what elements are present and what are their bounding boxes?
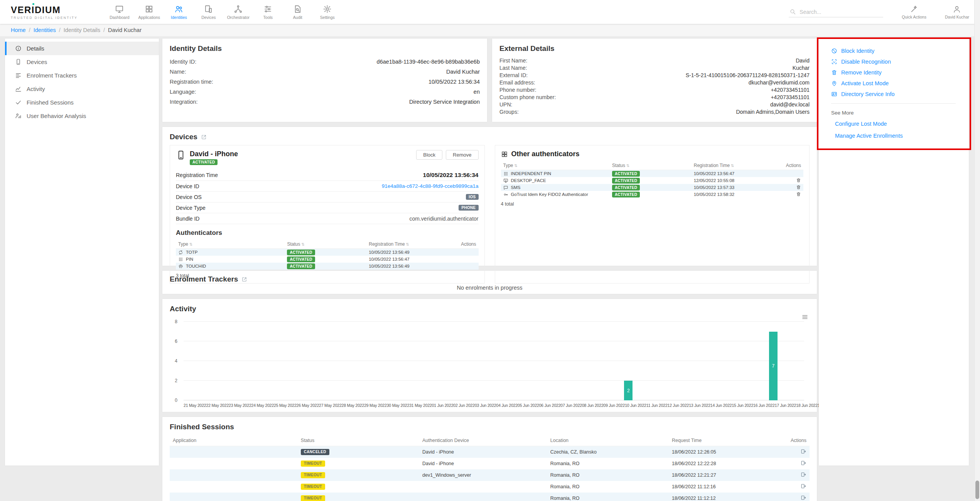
sort-icon[interactable]: ⇅ [406,242,409,246]
authenticator-type-label: GoTrust Idem Key FIDO2 Authenticator [511,192,588,197]
breadcrumb-item-identities[interactable]: Identities [34,27,56,33]
delete-authenticator-icon[interactable] [796,192,801,197]
sort-icon[interactable]: ⇅ [514,164,518,168]
applications-icon [145,5,153,13]
nav-item-devices[interactable]: Devices [194,0,223,24]
activity-bar-11-jun-2022[interactable]: 2 [624,381,633,400]
chart-category-cell [722,322,742,400]
view-session-icon[interactable] [801,483,806,489]
sidebar-item-label: User Behavior Analysis [27,113,86,119]
sidebar-item-details[interactable]: Details [5,42,159,55]
column-header-registration-time[interactable]: Registration Time⇅ [692,161,779,170]
action-directory-service-info[interactable]: Directory Service Info [831,91,969,97]
view-session-icon[interactable] [801,449,806,454]
nav-item-audit[interactable]: Audit [283,0,312,24]
device-id-link[interactable]: 91e4a88a-c672-4c88-9fd9-cceb9899ca1a [382,183,479,189]
x-axis-label: 31 May 2022 [409,403,432,408]
status-badge: ACTIVATED [612,192,640,197]
delete-authenticator-icon[interactable] [796,178,801,183]
chart-category-cell [660,322,680,400]
field-value: Kuchar [793,65,810,71]
page-scrollbar[interactable] [974,0,980,501]
column-header-status[interactable]: Status⇅ [610,161,692,170]
breadcrumb: Home/Identities/Identity Details/David K… [0,24,980,37]
nav-item-identities[interactable]: Identities [164,0,194,24]
block-button[interactable]: Block [416,150,442,160]
sidebar-item-finished-sessions[interactable]: Finished Sessions [5,96,159,109]
scrollbar-thumb[interactable] [975,481,979,499]
chart-category-cell [328,322,349,400]
device-buttons: Block Remove [416,150,478,160]
action-disable-recognition[interactable]: Disable Recognition [831,59,969,65]
cell-authentication-device [419,493,547,501]
authenticator-type-label: PIN [186,257,193,261]
column-header-request-time: Request Time [669,435,778,446]
sort-icon[interactable]: ⇅ [626,164,629,168]
column-header-label: Type [503,163,513,168]
chart-category-cell [597,322,618,400]
user-menu[interactable]: David Kuchar [945,5,969,19]
block-icon [831,48,837,54]
action-remove-identity[interactable]: Remove Identity [831,69,969,76]
activity-bar-18-jun-2022[interactable]: 7 [769,332,778,401]
cell-type: GoTrust Idem Key FIDO2 Authenticator [501,191,610,198]
chart-category-cell [184,322,204,400]
quick-actions-button[interactable]: Quick Actions [902,5,926,19]
other-authenticators-title: Other authenticators [511,150,580,158]
cell-application [170,481,298,493]
sidebar-item-enrolment-trackers[interactable]: Enrolment Trackers [5,69,159,82]
column-header-type[interactable]: Type⇅ [176,240,285,249]
chart-category-cell [246,322,267,400]
breadcrumb-item-home[interactable]: Home [11,27,26,33]
expand-icon[interactable] [241,277,247,282]
authenticator-type-label: INDEPENDENT PIN [511,171,552,176]
x-axis-label: 07 Jun 2022 [560,403,582,408]
cell-type: SMS [501,184,610,191]
nav-item-applications[interactable]: Applications [134,0,164,24]
cell-location: Romania, RO [547,493,669,501]
brand-logo[interactable]: VERIDIUM TRUSTED DIGITAL IDENTITY [11,5,78,20]
view-session-icon[interactable] [801,460,806,466]
nav-item-orchestrator[interactable]: Orchestrator [223,0,253,24]
session-status-badge: TIMEOUT [301,484,325,490]
delete-authenticator-icon[interactable] [796,185,801,190]
action-activate-lost-mode[interactable]: Activate Lost Mode [831,80,969,86]
expand-icon[interactable] [201,134,207,140]
x-axis-label: 22 May 2022 [206,403,229,408]
nav-item-dashboard[interactable]: Dashboard [105,0,134,24]
column-header-registration-time[interactable]: Registration Time⇅ [366,240,454,249]
nav-item-tools[interactable]: Tools [253,0,283,24]
breadcrumb-separator: / [59,27,61,33]
y-axis-tick: 4 [175,358,177,364]
sidebar-item-user-behavior-analysis[interactable]: User Behavior Analysis [5,109,159,123]
x-axis-label: 08 Jun 2022 [582,403,604,408]
chart-menu-icon[interactable] [801,314,808,321]
sort-icon[interactable]: ⇅ [189,242,192,246]
view-session-icon[interactable] [801,472,806,477]
cell-actions [454,263,479,270]
sort-icon[interactable]: ⇅ [301,242,304,246]
device-icon [15,59,22,65]
status-badge: ACTIVATED [287,250,315,255]
action-manage-active-enrollments[interactable]: Manage Active Enrollments [835,133,903,139]
device-header: David - iPhone ACTIVATED Block Remove [176,150,479,165]
sidebar-item-label: Devices [27,59,47,65]
sort-icon[interactable]: ⇅ [731,164,734,168]
cell-authentication-device: David - iPhone [419,446,547,458]
view-session-icon[interactable] [801,495,806,501]
remove-button[interactable]: Remove [446,150,478,160]
column-header-status[interactable]: Status⇅ [285,240,366,249]
sidebar-item-activity[interactable]: Activity [5,82,159,96]
search-input[interactable] [800,9,882,15]
device-os-badge: IOS [466,194,478,200]
authenticators-title: Authenticators [176,229,479,237]
sidebar-item-devices[interactable]: Devices [5,55,159,69]
column-header-type[interactable]: Type⇅ [501,161,610,170]
action-configure-lost-mode[interactable]: Configure Lost Mode [835,121,887,127]
nav-item-settings[interactable]: Settings [312,0,342,24]
action-block-identity[interactable]: Block Identity [831,48,969,54]
x-axis-label: 14 Jun 2022 [710,403,732,408]
x-axis-label: 24 May 2022 [251,403,274,408]
column-header-actions: Actions [778,435,810,446]
authenticator-type: PIN [178,257,282,262]
